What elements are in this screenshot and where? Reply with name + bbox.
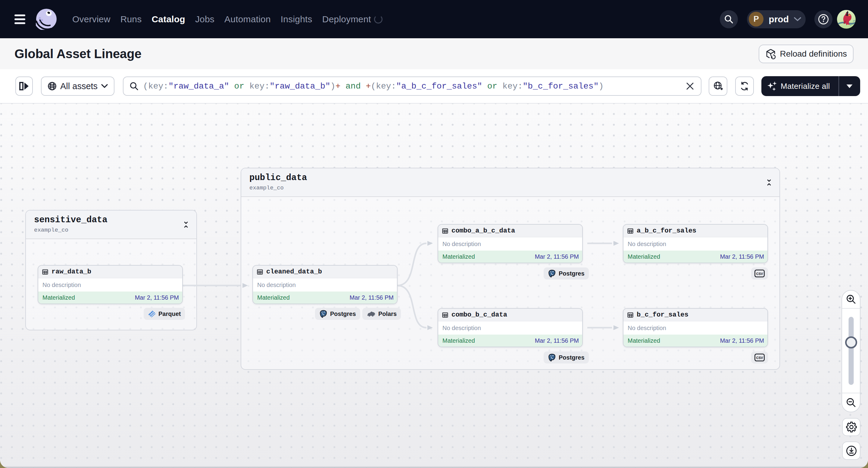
svg-text:CSV: CSV xyxy=(756,272,763,276)
svg-text:CSV: CSV xyxy=(756,356,763,360)
